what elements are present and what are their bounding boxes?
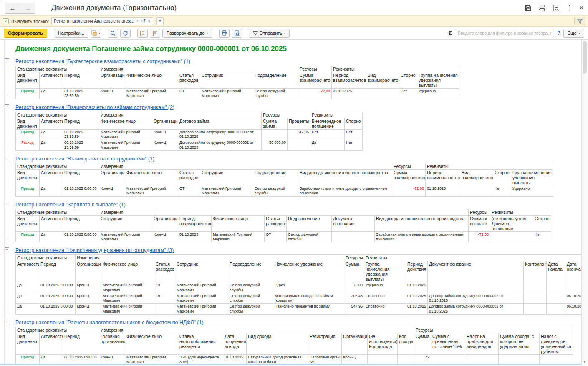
send-icon bbox=[253, 31, 258, 36]
more-menu-icon[interactable]: ⋮ bbox=[566, 5, 573, 11]
refresh-button[interactable] bbox=[120, 29, 131, 38]
register-link[interactable]: Регистр накопления "Начисления удержания… bbox=[15, 247, 174, 253]
register-link[interactable]: Регистр накопления "Взаиморасчеты с сотр… bbox=[15, 156, 154, 162]
sections-host: −Регистр накопления "Бухгалтерские взаим… bbox=[15, 57, 581, 364]
quick-filter-input[interactable] bbox=[455, 29, 554, 37]
table-cell: 06.10.2025 23:59:59 bbox=[63, 129, 99, 140]
back-button[interactable]: ← bbox=[5, 3, 20, 13]
collapse-toggle-icon[interactable]: − bbox=[5, 58, 9, 63]
table-cell bbox=[368, 355, 398, 364]
table-row[interactable]: ПриходДа31.10.2025 23:59:59Крон-ЦМатвиев… bbox=[16, 89, 459, 99]
table-row[interactable]: Да01.10.2025 0:00:00Крон-ЦМатвиевский Гр… bbox=[16, 282, 582, 293]
table-cell: Нет bbox=[345, 129, 363, 140]
column-header: Вид взаиморасчетов bbox=[460, 169, 493, 186]
column-group-header: Ресурсы bbox=[298, 66, 332, 72]
printer-icon bbox=[222, 30, 227, 36]
table-cell bbox=[431, 355, 465, 364]
group-tree-line bbox=[7, 253, 9, 311]
table-row[interactable]: Да01.10.2025 0:00:00Крон-ЦМатвиевский Гр… bbox=[16, 304, 582, 315]
table-cell: 547,95 bbox=[288, 129, 310, 140]
table-cell: 35% (для нерезидента 30%) bbox=[178, 355, 223, 364]
table-cell bbox=[547, 304, 565, 315]
scroll-down-icon[interactable]: ▼ bbox=[582, 360, 588, 364]
column-header: Сумма bbox=[344, 261, 364, 282]
table-cell bbox=[428, 282, 524, 293]
column-header: Период bbox=[63, 215, 99, 231]
table-cell: Крон-Ц bbox=[99, 89, 125, 99]
print-icon[interactable] bbox=[538, 5, 546, 12]
print-preview-button[interactable] bbox=[232, 29, 242, 38]
scrollbar-thumb[interactable] bbox=[583, 41, 587, 74]
register-link[interactable]: Регистр накопления "Зарплата к выплате" … bbox=[15, 202, 126, 208]
help-button[interactable]: ? bbox=[556, 30, 561, 36]
filter-chip-more[interactable]: +7 bbox=[141, 19, 145, 23]
print-button[interactable] bbox=[219, 29, 230, 38]
table-row[interactable]: ПриходДа01.10.2025 0:00:00Матвиевский Гр… bbox=[16, 231, 551, 242]
close-icon[interactable]: × bbox=[580, 5, 583, 11]
register-link[interactable]: Регистр накопления "Взаиморасчеты по зай… bbox=[15, 104, 174, 110]
expand-to-button[interactable]: Разворачивать до▾ bbox=[162, 29, 212, 38]
report-variants-button[interactable]: ▾ bbox=[91, 29, 101, 38]
table-cell: Справочно bbox=[364, 304, 406, 315]
collapse-toggle-icon[interactable]: − bbox=[5, 247, 9, 252]
table-cell: 31.10.2025 bbox=[223, 355, 247, 364]
group-tree-line bbox=[7, 207, 9, 239]
table-cell: Матвиевский Григорий Маркович bbox=[200, 186, 253, 197]
filter-funnel-button[interactable] bbox=[574, 17, 585, 25]
collapse-toggle-icon[interactable]: − bbox=[5, 104, 9, 109]
collapse-toggle-icon[interactable]: − bbox=[5, 320, 9, 324]
generate-button[interactable]: Сформировать bbox=[4, 29, 47, 38]
table-cell: Нет bbox=[493, 186, 511, 197]
table-row[interactable]: ПриходДа01.10.2025 0:00:00Крон-ЦМатвиевс… bbox=[16, 186, 553, 197]
register-table: Стандартные реквизитыИзмеренияРесурсыВид… bbox=[15, 327, 573, 364]
table-cell: Матвиевский Григорий Маркович bbox=[212, 231, 265, 242]
table-cell: Да bbox=[40, 231, 63, 242]
column-header: Сотрудник bbox=[175, 261, 228, 282]
table-row[interactable]: Да01.10.2025 0:00:00Крон-ЦМатвиевский Гр… bbox=[16, 293, 582, 304]
table-row[interactable]: ПриходДа06.10.2025 23:59:59Матвиевский Г… bbox=[16, 129, 363, 140]
vertical-scrollbar[interactable]: ▼ bbox=[581, 40, 588, 365]
send-button[interactable]: Отправить▾ bbox=[249, 29, 290, 38]
table-cell bbox=[332, 231, 375, 242]
column-group-header: Стандартные реквизиты bbox=[16, 327, 99, 333]
chip-close-icon[interactable]: × bbox=[136, 19, 139, 23]
collapse-groups-button[interactable] bbox=[137, 29, 148, 38]
column-header: Период действия bbox=[406, 261, 428, 282]
column-header: Организация bbox=[99, 169, 125, 186]
table-row[interactable]: ПриходДа06.10.2025 0:00:00Крон-ЦМатвиевс… bbox=[16, 355, 573, 364]
settings-button[interactable]: Настройки... bbox=[54, 29, 88, 38]
find-button[interactable] bbox=[108, 29, 118, 38]
more-button[interactable]: Еще▾ bbox=[563, 29, 584, 38]
variants-icon bbox=[91, 30, 97, 36]
table-cell: Расход bbox=[16, 140, 40, 151]
horizontal-scrollbar[interactable] bbox=[0, 364, 581, 365]
register-table: Стандартные реквизитыИзмеренияРесурсыРек… bbox=[15, 254, 581, 315]
column-header: Организация bbox=[342, 333, 368, 354]
table-cell: Матвиевский Григорий Маркович bbox=[125, 89, 178, 99]
sum-sigma-icon[interactable]: Σ bbox=[448, 30, 453, 36]
table-cell: ОТ bbox=[154, 293, 175, 304]
column-header: Код дохода bbox=[398, 333, 414, 354]
preview-icon[interactable] bbox=[553, 5, 560, 12]
collapse-toggle-icon[interactable]: − bbox=[5, 156, 9, 160]
column-header: Сотрудник bbox=[99, 215, 152, 231]
table-row[interactable]: РасходДа06.10.2025 23:59:59Матвиевский Г… bbox=[16, 140, 363, 151]
table-cell: Приход bbox=[16, 89, 40, 99]
filter-combo-dropdown[interactable]: ▾ bbox=[156, 17, 164, 25]
table-cell: Матвиевский Григорий Маркович bbox=[99, 129, 152, 140]
table-cell: Да bbox=[40, 89, 63, 99]
expand-groups-button[interactable] bbox=[150, 29, 160, 38]
registers-filter-combo[interactable]: Регистр накопления Авансовые платеж... ×… bbox=[51, 17, 153, 25]
table-cell: 01.10.2025 0:00:00 bbox=[63, 231, 99, 242]
save-icon[interactable] bbox=[525, 5, 532, 12]
forward-button[interactable]: → bbox=[20, 3, 35, 13]
register-link[interactable]: Регистр накопления "Расчеты налогоплател… bbox=[15, 320, 204, 325]
column-group-header: Ресурсы bbox=[469, 209, 490, 215]
chip-expand-icon[interactable]: ∨ bbox=[148, 19, 151, 23]
register-link[interactable]: Регистр накопления "Бухгалтерские взаимо… bbox=[15, 58, 190, 64]
column-header: Дата начала bbox=[547, 261, 565, 282]
table-cell: Матвиевский Григорий Маркович bbox=[175, 282, 228, 293]
collapse-toggle-icon[interactable]: − bbox=[5, 202, 9, 206]
column-group-header: Ресурсы bbox=[392, 163, 426, 169]
output-only-checkbox[interactable]: ✓ bbox=[3, 18, 9, 24]
